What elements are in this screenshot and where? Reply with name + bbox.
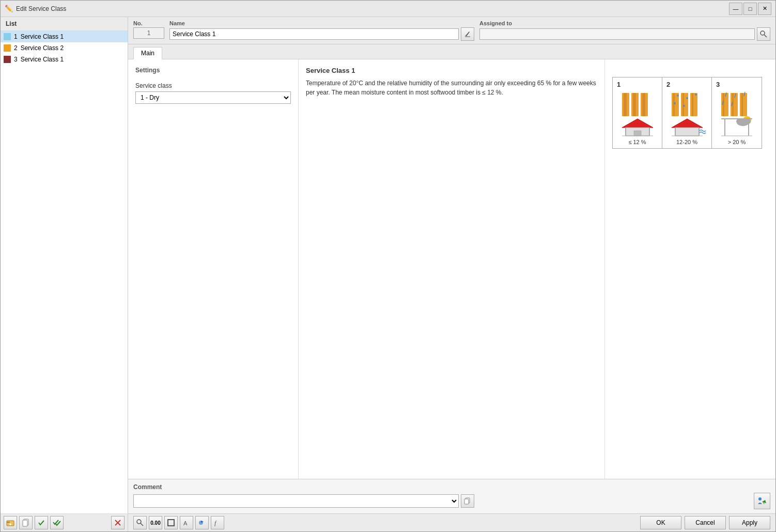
edit-name-button[interactable] [461,27,474,41]
value-button[interactable]: 0.00 [149,516,162,529]
svg-line-10 [764,35,767,37]
assigned-input[interactable] [479,28,755,40]
box-button[interactable] [164,516,178,529]
list-item-color [4,33,11,40]
svg-rect-62 [464,499,469,504]
minimize-button[interactable]: — [729,3,742,15]
sc-num-2: 2 [666,81,670,88]
svg-rect-47 [741,93,743,116]
dialog-buttons: OK Cancel Apply [640,516,770,529]
service-class-select[interactable]: 1 - Dry 2 - Humid 3 - Wet [135,91,291,104]
svg-rect-29 [682,93,684,116]
comment-row [133,493,770,509]
svg-text:A: A [183,520,188,526]
svg-rect-28 [681,93,688,116]
svg-point-9 [761,31,765,35]
sc-label-1: ≤ 12 % [628,139,646,145]
comment-action-button[interactable] [754,493,770,509]
list-item-color [4,44,11,52]
comment-side-button [754,493,770,509]
sc-label-3: > 20 % [728,139,746,145]
svg-point-33 [686,97,688,99]
formula-button[interactable]: f [211,516,224,529]
svg-point-34 [695,93,697,96]
comment-select[interactable] [133,494,459,508]
svg-point-32 [677,95,679,97]
sc-num-3: 3 [716,81,720,88]
list-item[interactable]: 1 Service Class 1 [1,31,128,42]
add-folder-button[interactable] [4,516,17,529]
window-title: Edit Service Class [16,5,726,12]
check2-button[interactable] [50,516,64,529]
svg-rect-45 [732,93,734,116]
svg-rect-30 [690,93,697,116]
content-area: Settings Service class 1 - Dry 2 - Humid… [128,59,775,479]
no-input[interactable] [133,27,164,39]
right-panel: No. Name Assigned to [128,17,775,531]
svg-text:f: f [214,520,217,526]
text-button[interactable]: A [180,516,193,529]
svg-rect-67 [168,520,174,526]
svg-rect-15 [633,93,634,116]
svg-rect-12 [624,93,625,116]
sc-illustration-3 [717,90,756,137]
svg-point-35 [674,102,676,104]
desc-title: Service Class 1 [306,67,597,74]
no-field: No. [133,20,164,41]
list-item-num: 3 [14,56,18,63]
svg-rect-1 [7,522,10,523]
svg-line-66 [141,523,143,526]
desc-text: Temperature of 20°C and the relative hum… [306,79,597,97]
name-input[interactable] [169,28,459,40]
svg-point-63 [758,497,762,500]
comment-input-area [133,494,474,508]
list-item-color [4,56,11,63]
svg-rect-27 [673,93,675,116]
assigned-lookup-button[interactable] [757,27,770,41]
svg-rect-16 [634,93,636,116]
list-item[interactable]: 2 Service Class 2 [1,42,128,54]
main-content: List 1 Service Class 1 2 Service Class 2… [1,17,775,531]
svg-rect-5 [23,520,27,526]
svg-rect-31 [692,93,693,116]
sc-label-2: 12-20 % [676,139,697,145]
svg-rect-43 [723,93,724,116]
svg-rect-38 [675,128,699,136]
apply-button[interactable]: Apply [729,516,770,529]
name-label: Name [169,20,474,26]
sc-box-3: 3 [712,77,762,148]
list-item-name: Service Class 2 [21,44,64,52]
maximize-button[interactable]: □ [743,3,757,15]
service-class-field: Service class 1 - Dry 2 - Humid 3 - Wet [135,82,291,104]
tab-main[interactable]: Main [133,47,162,59]
assigned-field: Assigned to [479,20,770,41]
close-button[interactable]: ✕ [758,3,771,15]
ok-button[interactable]: OK [640,516,681,529]
check1-button[interactable] [35,516,48,529]
main-window: ✏️ Edit Service Class — □ ✕ List 1 Servi… [0,0,776,532]
form-row: No. Name Assigned to [128,17,775,44]
visual-panel: 1 [605,59,775,479]
svg-rect-22 [634,131,641,136]
flag-button[interactable] [195,516,209,529]
comment-copy-button[interactable] [461,494,474,508]
copy-button[interactable] [19,516,33,529]
delete-button[interactable] [111,516,125,529]
description-panel: Service Class 1 Temperature of 20°C and … [299,59,605,479]
title-bar-buttons: — □ ✕ [729,3,771,15]
settings-panel: Settings Service class 1 - Dry 2 - Humid… [128,59,299,479]
sc-box-2: 2 [662,77,712,148]
sc-box-1: 1 [613,77,662,148]
search-button[interactable] [133,516,147,529]
settings-title: Settings [135,67,291,74]
comment-label: Comment [133,483,770,491]
svg-point-65 [137,520,141,524]
comment-section: Comment [128,479,775,513]
list-item-num: 2 [14,44,18,52]
assigned-label: Assigned to [479,20,770,26]
left-panel: List 1 Service Class 1 2 Service Class 2… [1,17,128,531]
tabs-bar: Main [128,44,775,59]
cancel-button[interactable]: Cancel [685,516,726,529]
list-item[interactable]: 3 Service Class 1 [1,54,128,65]
sc-illustration-1 [618,90,657,137]
